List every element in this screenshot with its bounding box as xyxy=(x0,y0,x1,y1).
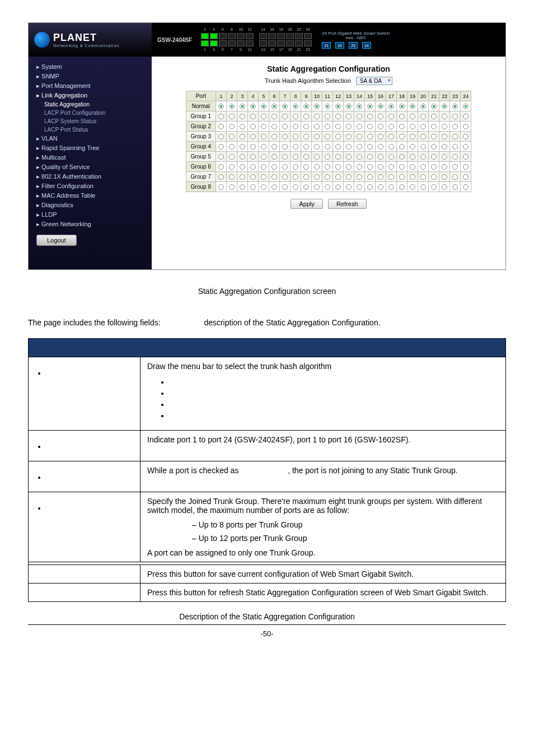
port-radio[interactable] xyxy=(463,104,469,109)
port-radio[interactable] xyxy=(325,164,330,170)
port-radio[interactable] xyxy=(303,174,309,180)
port-radio[interactable] xyxy=(442,114,447,119)
port-radio[interactable] xyxy=(229,174,235,180)
port-radio[interactable] xyxy=(410,104,415,109)
port-radio[interactable] xyxy=(314,124,320,129)
port-radio[interactable] xyxy=(293,104,298,109)
port-radio[interactable] xyxy=(250,174,256,180)
port-radio[interactable] xyxy=(346,184,352,190)
port-radio[interactable] xyxy=(346,124,352,129)
port-radio[interactable] xyxy=(452,174,458,180)
port-radio[interactable] xyxy=(420,154,426,160)
port-radio[interactable] xyxy=(335,164,341,170)
port-radio[interactable] xyxy=(357,174,362,180)
port-radio[interactable] xyxy=(378,174,383,180)
logout-button[interactable]: Logout xyxy=(36,235,77,246)
port-radio[interactable] xyxy=(293,154,298,160)
port-radio[interactable] xyxy=(314,174,320,180)
port-radio[interactable] xyxy=(250,104,256,109)
sidebar-item[interactable]: LACP Port Status xyxy=(29,125,152,134)
port-radio[interactable] xyxy=(346,154,352,160)
port-radio[interactable] xyxy=(240,134,245,139)
port-radio[interactable] xyxy=(229,124,235,129)
port-radio[interactable] xyxy=(452,124,458,129)
port-radio[interactable] xyxy=(452,184,458,190)
port-radio[interactable] xyxy=(261,104,266,109)
port-radio[interactable] xyxy=(261,134,266,139)
port-radio[interactable] xyxy=(303,134,309,139)
port-radio[interactable] xyxy=(229,134,235,139)
port-radio[interactable] xyxy=(399,184,405,190)
port-radio[interactable] xyxy=(346,144,352,150)
port-radio[interactable] xyxy=(282,184,288,190)
port-radio[interactable] xyxy=(463,124,469,129)
port-radio[interactable] xyxy=(293,134,298,139)
port-radio[interactable] xyxy=(410,174,415,180)
port-radio[interactable] xyxy=(388,184,394,190)
port-radio[interactable] xyxy=(378,104,383,109)
port-radio[interactable] xyxy=(346,164,352,170)
port-radio[interactable] xyxy=(218,174,224,180)
port-radio[interactable] xyxy=(388,134,394,139)
port-radio[interactable] xyxy=(442,134,447,139)
port-radio[interactable] xyxy=(367,114,373,119)
sidebar-item[interactable]: LACP Port Configuration xyxy=(29,109,152,117)
port-radio[interactable] xyxy=(410,134,415,139)
port-radio[interactable] xyxy=(314,104,320,109)
port-radio[interactable] xyxy=(388,144,394,150)
port-radio[interactable] xyxy=(240,164,245,170)
port-radio[interactable] xyxy=(399,164,405,170)
port-radio[interactable] xyxy=(314,114,320,119)
port-radio[interactable] xyxy=(367,134,373,139)
port-radio[interactable] xyxy=(357,184,362,190)
port-radio[interactable] xyxy=(250,144,256,150)
port-radio[interactable] xyxy=(240,154,245,160)
port-radio[interactable] xyxy=(420,164,426,170)
port-radio[interactable] xyxy=(442,144,447,150)
sidebar-item[interactable]: ▸ SNMP xyxy=(29,72,152,81)
port-radio[interactable] xyxy=(293,114,298,119)
port-radio[interactable] xyxy=(420,124,426,129)
port-radio[interactable] xyxy=(218,184,224,190)
port-radio[interactable] xyxy=(378,114,383,119)
port-radio[interactable] xyxy=(357,104,362,109)
port-radio[interactable] xyxy=(410,144,415,150)
port-radio[interactable] xyxy=(357,144,362,150)
sidebar-item[interactable]: ▸ Quality of Service xyxy=(29,162,152,172)
port-radio[interactable] xyxy=(463,174,469,180)
port-radio[interactable] xyxy=(218,134,224,139)
port-radio[interactable] xyxy=(325,184,330,190)
port-radio[interactable] xyxy=(399,174,405,180)
port-radio[interactable] xyxy=(378,144,383,150)
port-radio[interactable] xyxy=(442,174,447,180)
port-radio[interactable] xyxy=(463,144,469,150)
port-radio[interactable] xyxy=(410,124,415,129)
port-radio[interactable] xyxy=(218,104,224,109)
port-radio[interactable] xyxy=(378,164,383,170)
port-radio[interactable] xyxy=(335,134,341,139)
port-radio[interactable] xyxy=(229,104,235,109)
port-radio[interactable] xyxy=(420,184,426,190)
port-radio[interactable] xyxy=(452,154,458,160)
port-radio[interactable] xyxy=(325,134,330,139)
port-radio[interactable] xyxy=(442,184,447,190)
sidebar-item[interactable]: ▸ LLDP xyxy=(29,210,152,220)
port-radio[interactable] xyxy=(452,144,458,150)
port-radio[interactable] xyxy=(282,134,288,139)
port-radio[interactable] xyxy=(293,144,298,150)
port-radio[interactable] xyxy=(282,124,288,129)
port-radio[interactable] xyxy=(218,164,224,170)
port-radio[interactable] xyxy=(399,154,405,160)
port-radio[interactable] xyxy=(388,154,394,160)
port-radio[interactable] xyxy=(335,114,341,119)
port-radio[interactable] xyxy=(250,124,256,129)
sidebar-item[interactable]: ▸ Rapid Spanning Tree xyxy=(29,143,152,153)
port-radio[interactable] xyxy=(314,134,320,139)
port-radio[interactable] xyxy=(452,164,458,170)
port-radio[interactable] xyxy=(431,104,437,109)
port-radio[interactable] xyxy=(378,134,383,139)
port-radio[interactable] xyxy=(399,104,405,109)
sidebar-item[interactable]: Static Aggregation xyxy=(29,100,152,109)
port-radio[interactable] xyxy=(346,134,352,139)
port-radio[interactable] xyxy=(367,124,373,129)
